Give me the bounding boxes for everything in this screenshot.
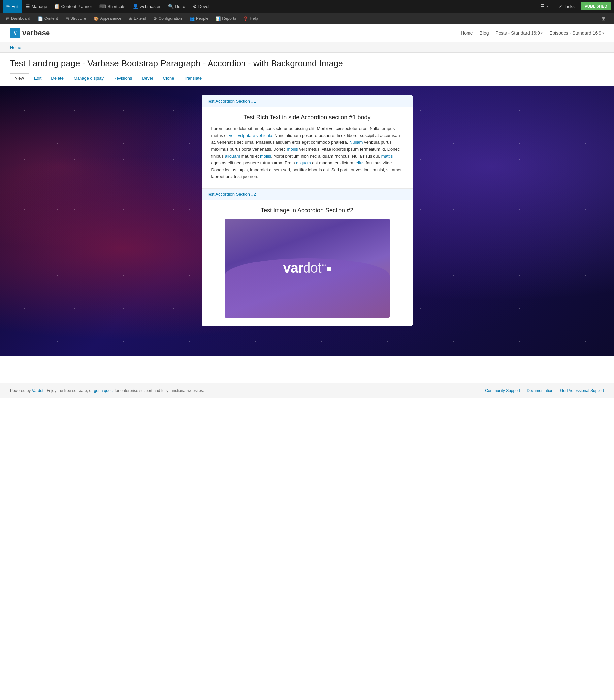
tab-revisions[interactable]: Revisions [108,73,137,83]
manage-bar-item[interactable]: ☰ Manage [23,0,50,13]
tasks-icon: ✓ [559,4,562,9]
content-planner-bar-item[interactable]: 📋 Content Planner [51,0,95,13]
site-nav: Home Blog Posts - Standard 16:9 Episodes… [50,30,604,36]
published-button[interactable]: PUBLISHED [581,2,611,10]
logo-text: varbase [23,29,50,37]
edit-bar-item[interactable]: ✏ Edit [3,0,22,13]
accordion-1-body-title: Test Rich Text in side Accordion section… [212,114,403,121]
appearance-nav-item[interactable]: 🎨 Appearance [90,13,125,24]
user-icon: 👤 [133,4,138,9]
accordion-2-body-title: Test Image in Accordion Section #2 [212,207,403,214]
dashboard-label: Dashboard [11,16,30,21]
desktop-icon[interactable]: 🖥 [540,3,545,9]
people-icon: 👥 [189,16,195,21]
content-label: Content [44,16,58,21]
tab-clone[interactable]: Clone [158,73,179,83]
footer-links: Community Support Documentation Get Prof… [485,388,604,393]
enjoy-text: . Enjoy the free software, or [44,388,93,393]
devel-bar-item[interactable]: ⚙ Devel [189,0,213,13]
help-nav-item[interactable]: ❓ Help [240,13,261,24]
content-card: Test Accordion Section #1 Test Rich Text… [202,96,413,326]
tasks-label: Tasks [564,4,574,9]
reports-nav-item[interactable]: 📊 Reports [212,13,239,24]
nav-episodes-standard[interactable]: Episodes - Standard 16:9 [549,30,604,36]
extend-nav-item[interactable]: ⊕ Extend [125,13,149,24]
people-nav-item[interactable]: 👥 People [186,13,212,24]
aliquam2-link[interactable]: aliquam [296,161,311,165]
enterprise-text: for enterprise support and fully functio… [115,388,204,393]
get-professional-support-link[interactable]: Get Professional Support [560,388,604,393]
tasks-button[interactable]: ✓ Tasks [555,0,578,13]
tab-manage-display[interactable]: Manage display [69,73,108,83]
nav-blog[interactable]: Blog [480,30,489,36]
gear-icon: ⚙ [193,4,197,9]
nullam-link[interactable]: Nullam [349,140,362,145]
content-icon: 📄 [38,16,43,21]
shortcuts-label: Shortcuts [107,4,125,9]
page-title: Test Landing page - Varbase Bootstrap Pa… [10,58,604,69]
appearance-label: Appearance [100,16,121,21]
velit-link[interactable]: velit vulputate vehicula [229,133,272,138]
admin-bar-right: 🖥 ▾ ✓ Tasks PUBLISHED [537,0,611,13]
goto-label: Go to [175,4,186,9]
powered-by-text: Powered by [10,388,31,393]
aliquam-link[interactable]: aliquam [225,153,240,159]
dashboard-nav-item[interactable]: ⊞ Dashboard [3,13,34,24]
nav-posts-standard[interactable]: Posts - Standard 16:9 [496,30,543,36]
content-planner-icon: 📋 [54,4,60,9]
accordion-2-header-text: Test Accordion Section #2 [207,192,256,197]
page-title-area: Test Landing page - Varbase Bootstrap Pa… [0,53,614,86]
structure-nav-item[interactable]: ⊟ Structure [62,13,90,24]
tab-translate[interactable]: Translate [179,73,207,83]
edit-label: Edit [11,4,18,9]
manage-icon: ☰ [26,4,30,9]
edit-icon: ✏ [6,4,10,9]
configuration-nav-item[interactable]: ⚙ Configuration [150,13,186,24]
breadcrumb-home[interactable]: Home [10,45,22,50]
configuration-label: Configuration [159,16,182,21]
devel-label: Devel [198,4,209,9]
webmaster-bar-item[interactable]: 👤 webmaster [129,0,164,13]
site-logo[interactable]: V varbase [10,28,50,38]
tab-edit[interactable]: Edit [29,73,46,83]
breadcrumb: Home [0,42,614,53]
divider [553,2,553,10]
appearance-icon: 🎨 [93,16,99,21]
dashboard-icon: ⊞ [6,16,10,21]
shortcuts-icon: ⌨ [99,4,106,9]
page-tabs: View Edit Delete Manage display Revision… [10,73,604,83]
tab-view[interactable]: View [10,73,29,83]
search-icon: 🔍 [168,4,174,9]
reports-icon: 📊 [215,16,221,21]
device-icons[interactable]: 🖥 ▾ [537,0,551,13]
nav-home[interactable]: Home [461,30,473,36]
secondary-nav: ⊞ Dashboard 📄 Content ⊟ Structure 🎨 Appe… [0,13,614,24]
sidebar-toggle[interactable]: ⊞ | [599,13,611,24]
get-quote-link[interactable]: get a quote [94,388,114,393]
accordion-section-1-header[interactable]: Test Accordion Section #1 [202,96,413,107]
tellus-link[interactable]: tellus [354,161,364,165]
community-support-link[interactable]: Community Support [485,388,520,393]
accordion-1-header-text: Test Accordion Section #1 [207,99,256,104]
content-nav-item[interactable]: 📄 Content [34,13,61,24]
tab-delete[interactable]: Delete [46,73,69,83]
goto-bar-item[interactable]: 🔍 Go to [165,0,189,13]
published-label: PUBLISHED [585,4,607,9]
accordion-section-2-header[interactable]: Test Accordion Section #2 [202,189,413,200]
manage-label: Manage [31,4,47,9]
mattis-link[interactable]: mattis [381,153,393,159]
shortcuts-bar-item[interactable]: ⌨ Shortcuts [96,0,129,13]
people-label: People [196,16,208,21]
mollis2-link[interactable]: mollis [260,153,271,159]
mollis-link[interactable]: mollis [287,147,298,152]
help-icon: ❓ [243,16,248,21]
admin-top-bar: ✏ Edit ☰ Manage 📋 Content Planner ⌨ Shor… [0,0,614,13]
webmaster-label: webmaster [140,4,161,9]
footer-text: Powered by Vardot . Enjoy the free softw… [10,388,482,393]
documentation-link[interactable]: Documentation [527,388,553,393]
vardot-link[interactable]: Vardot [32,388,43,393]
accordion-section-2-body: Test Image in Accordion Section #2 vardo… [202,200,413,326]
configuration-icon: ⚙ [153,16,157,21]
accordion-section-1-body: Test Rich Text in side Accordion section… [202,107,413,189]
tab-devel[interactable]: Devel [137,73,158,83]
